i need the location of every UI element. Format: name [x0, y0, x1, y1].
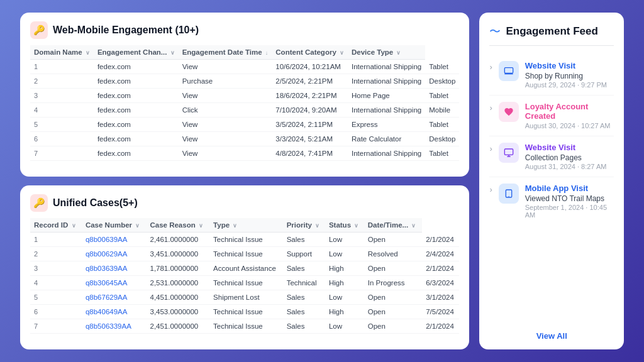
row-id[interactable]: q8b03639AA — [82, 261, 147, 276]
row-id[interactable]: q8b506339AA — [82, 319, 147, 334]
feed-item[interactable]: › Website Visit Collection Pages August … — [489, 136, 614, 177]
right-panel: 〜 Engagement Feed › Website Visit Shop b… — [479, 13, 624, 349]
col-case-number[interactable]: Case Number ∨ — [82, 218, 147, 233]
row-priority: Low — [325, 319, 364, 334]
row-priority: High — [325, 305, 364, 319]
chevron-right-icon: › — [489, 103, 492, 112]
feed-items-container: › Website Visit Shop by Running August 2… — [489, 55, 614, 225]
row-num: 2 — [30, 74, 94, 89]
row-device: Tablet — [425, 118, 459, 132]
row-date: 3/5/2024, 2:11PM — [272, 118, 348, 132]
row-channel: Purchase — [179, 74, 272, 89]
row-num: 3 — [30, 89, 94, 103]
chevron-right-icon: › — [489, 62, 492, 72]
row-date: 2/4/2024 — [422, 247, 459, 261]
row-type: Sales — [283, 305, 325, 319]
row-device: Mobile — [425, 103, 459, 118]
row-id[interactable]: q8b40649AA — [82, 305, 147, 319]
card1-header: 🔑 Web-Mobile Engagement (10+) — [30, 21, 459, 39]
col-domain[interactable]: Domain Name ∨ — [30, 45, 94, 60]
row-channel: View — [179, 89, 272, 103]
feed-item-date: September 1, 2024 · 10:45 AM — [525, 204, 614, 219]
row-date: 2/1/2024 — [422, 261, 459, 276]
row-channel: Click — [179, 103, 272, 118]
row-domain: fedex.com — [94, 60, 179, 74]
row-domain: fedex.com — [94, 146, 179, 161]
row-type: Technical — [283, 276, 325, 290]
engagement-table-header: Domain Name ∨ Engagement Chan... ∨ Engag… — [30, 45, 459, 60]
feed-item-title: Loyalty Account Created — [525, 102, 614, 121]
feed-item-title: Mobile App Visit — [525, 184, 614, 193]
feed-item-content: Loyalty Account Created August 30, 2024 … — [525, 102, 614, 129]
row-id[interactable]: q8b30645AA — [82, 276, 147, 290]
row-num: 7 — [30, 146, 94, 161]
row-priority: High — [325, 261, 364, 276]
row-priority: Low — [325, 290, 364, 305]
svg-rect-0 — [504, 68, 513, 74]
row-case: 3,451.0000000 — [146, 247, 209, 261]
row-domain: fedex.com — [94, 74, 179, 89]
table-row: 4 fedex.com Click 7/10/2024, 9:20AM Inte… — [30, 103, 459, 118]
table-row: 3 q8b03639AA 1,781.0000000 Account Assis… — [30, 261, 459, 276]
col-device[interactable]: Device Type ∨ — [348, 45, 425, 60]
row-device: Tablet — [425, 146, 459, 161]
col-status[interactable]: Status ∨ — [325, 218, 364, 233]
col-channel[interactable]: Engagement Chan... ∨ — [94, 45, 179, 60]
feed-title: Engagement Feed — [506, 25, 597, 38]
feed-item-date: August 30, 2024 · 10:27 AM — [525, 122, 614, 129]
row-id[interactable]: q8b00629AA — [82, 247, 147, 261]
row-id[interactable]: q8b00639AA — [82, 233, 147, 247]
feed-item[interactable]: › Website Visit Shop by Running August 2… — [489, 55, 614, 96]
feed-item-icon — [499, 184, 519, 204]
row-num: 1 — [30, 60, 94, 74]
row-reason: Technical Issue — [209, 305, 283, 319]
unified-cases-card: 🔑 Unified Cases(5+) Record ID ∨ Case Num… — [20, 185, 469, 349]
row-num: 4 — [30, 276, 82, 290]
feed-item-date: August 29, 2024 · 9:27 PM — [525, 81, 614, 89]
row-date: 18/6/2024, 2:21PM — [272, 89, 348, 103]
row-domain: fedex.com — [94, 103, 179, 118]
feed-item[interactable]: › Mobile App Visit Viewed NTO Trail Maps… — [489, 177, 614, 225]
row-category: Express — [348, 118, 425, 132]
col-case-reason[interactable]: Case Reason ∨ — [146, 218, 209, 233]
col-date[interactable]: Engagement Date Time ↓ — [179, 45, 272, 60]
row-num: 5 — [30, 290, 82, 305]
row-channel: View — [179, 118, 272, 132]
row-priority: Low — [325, 247, 364, 261]
row-case: 4,451.0000000 — [146, 290, 209, 305]
col-priority[interactable]: Priority ∨ — [283, 218, 325, 233]
table-row: 5 fedex.com View 3/5/2024, 2:11PM Expres… — [30, 118, 459, 132]
row-id[interactable]: q8b67629AA — [82, 290, 147, 305]
row-date: 7/5/2024 — [422, 305, 459, 319]
row-category: International Shipping — [348, 60, 425, 74]
chevron-right-icon: › — [489, 144, 492, 153]
feed-item-icon — [499, 102, 519, 122]
feed-item[interactable]: › Loyalty Account Created August 30, 202… — [489, 96, 614, 136]
col-category[interactable]: Content Category ∨ — [272, 45, 348, 60]
row-type: Sales — [283, 290, 325, 305]
row-channel: View — [179, 60, 272, 74]
row-category: Rate Calculator — [348, 132, 425, 146]
chevron-right-icon: › — [489, 185, 492, 194]
col-type[interactable]: Type ∨ — [209, 218, 283, 233]
row-channel: View — [179, 146, 272, 161]
feed-item-desc: Viewed NTO Trail Maps — [525, 194, 614, 203]
row-date: 2/1/2024 — [422, 233, 459, 247]
row-priority: Low — [325, 233, 364, 247]
row-date: 3/1/2024 — [422, 290, 459, 305]
table-row: 2 q8b00629AA 3,451.0000000 Technical Iss… — [30, 247, 459, 261]
feed-item-title: Website Visit — [525, 143, 614, 152]
feed-item-content: Website Visit Shop by Running August 29,… — [525, 61, 614, 89]
col-datetime[interactable]: Date/Time... ∨ — [364, 218, 422, 233]
web-mobile-card: 🔑 Web-Mobile Engagement (10+) Domain Nam… — [20, 13, 469, 177]
table-row: 3 fedex.com View 18/6/2024, 2:21PM Home … — [30, 89, 459, 103]
col-record-id[interactable]: Record ID ∨ — [30, 218, 82, 233]
row-case: 3,453.0000000 — [146, 305, 209, 319]
row-status: Open — [364, 319, 422, 334]
row-domain: fedex.com — [94, 118, 179, 132]
table-row: 1 fedex.com View 10/6/2024, 10:21AM Inte… — [30, 60, 459, 74]
view-all-button[interactable]: View All — [489, 325, 614, 342]
row-type: Sales — [283, 261, 325, 276]
row-num: 2 — [30, 247, 82, 261]
row-status: Open — [364, 261, 422, 276]
